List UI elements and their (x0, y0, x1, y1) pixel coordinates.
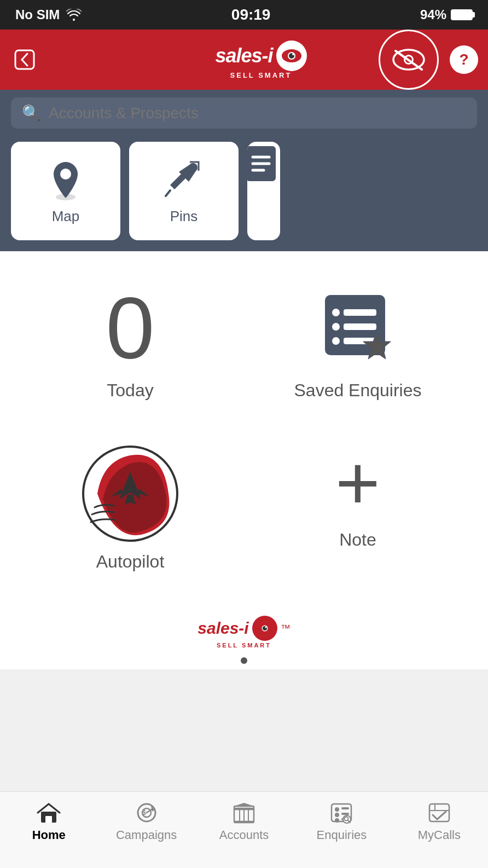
search-bar: 🔍 (0, 90, 488, 136)
back-button[interactable] (13, 48, 36, 71)
svg-point-18 (332, 309, 340, 316)
quick-action-pins[interactable]: Pins (129, 142, 239, 240)
search-input[interactable] (49, 105, 466, 122)
today-card[interactable]: 0 Today (22, 273, 239, 412)
svg-text:$: $ (142, 809, 146, 817)
search-wrapper[interactable]: 🔍 (11, 97, 477, 129)
help-button[interactable]: ? (450, 45, 478, 74)
note-plus-icon: + (335, 444, 380, 521)
quick-action-map[interactable]: Map (11, 142, 120, 240)
svg-point-10 (60, 169, 71, 180)
note-label: Note (339, 530, 376, 550)
mycalls-icon (427, 802, 451, 824)
svg-rect-44 (341, 807, 349, 809)
trademark-symbol: ™ (281, 623, 291, 634)
tab-enquiries-label: Enquiries (317, 828, 367, 842)
tab-home-label: Home (32, 828, 66, 842)
logo-text: sales-i (215, 44, 272, 67)
tab-enquiries[interactable]: Enquiries (293, 802, 390, 842)
status-bar: No SIM 09:19 94% (0, 0, 488, 30)
home-icon (37, 802, 61, 824)
saved-enquiries-icon (314, 284, 402, 372)
saved-enquiries-label: Saved Enquiries (294, 380, 421, 401)
svg-point-48 (335, 818, 339, 823)
svg-point-11 (189, 163, 197, 172)
footer-subtitle: SELL SMART (217, 642, 271, 649)
svg-rect-21 (344, 323, 376, 330)
carrier-text: No SIM (15, 7, 60, 22)
svg-rect-0 (15, 50, 34, 69)
page-indicator (241, 657, 247, 664)
svg-line-12 (166, 190, 170, 196)
hide-eye-button[interactable] (379, 30, 439, 90)
tab-campaigns[interactable]: $ Campaigns (97, 802, 195, 842)
logo-eye-icon (276, 40, 307, 71)
brand-footer: sales-i ™ SELL SMART (0, 605, 488, 669)
note-card[interactable]: + Note (249, 433, 466, 583)
map-icon (46, 158, 85, 201)
tab-campaigns-label: Campaigns (116, 828, 177, 842)
enquiries-icon (329, 802, 353, 824)
today-label: Today (107, 380, 153, 401)
tab-mycalls-label: MyCalls (418, 828, 461, 842)
tab-accounts[interactable]: Accounts (195, 802, 293, 842)
logo-subtitle: SELL SMART (230, 71, 292, 79)
svg-point-30 (265, 627, 266, 628)
campaigns-icon: $ (135, 802, 159, 824)
quick-action-downloads[interactable] (247, 142, 280, 240)
svg-point-20 (332, 323, 340, 331)
app-header: sales-i SELL SMART ? (0, 30, 488, 90)
wifi-icon (66, 9, 82, 21)
svg-rect-19 (344, 309, 376, 316)
status-battery-area: 94% (420, 7, 473, 22)
today-number: 0 (106, 284, 155, 372)
help-label: ? (459, 51, 468, 68)
tab-mycalls[interactable]: MyCalls (391, 802, 488, 842)
page-dot-1 (241, 657, 247, 664)
autopilot-label: Autopilot (96, 552, 165, 572)
svg-point-22 (332, 337, 340, 345)
autopilot-card[interactable]: Autopilot (22, 433, 239, 583)
tab-bar: Home $ Campaigns (0, 791, 488, 868)
svg-point-43 (335, 807, 339, 812)
pin-icon (165, 158, 203, 201)
battery-percent: 94% (420, 7, 446, 22)
search-icon: 🔍 (22, 104, 41, 122)
status-carrier: No SIM (15, 7, 82, 22)
main-content: 0 Today Saved Enquiries (0, 251, 488, 605)
footer-logo: sales-i ™ (197, 616, 290, 641)
map-label: Map (52, 208, 80, 225)
quick-actions-row: Map Pins (0, 136, 488, 251)
pins-label: Pins (170, 208, 198, 225)
svg-rect-52 (429, 804, 449, 821)
download-icon (247, 142, 280, 240)
accounts-icon (232, 802, 256, 824)
svg-point-4 (292, 53, 294, 55)
svg-rect-32 (45, 816, 52, 823)
status-time: 09:19 (231, 6, 271, 24)
saved-enquiries-card[interactable]: Saved Enquiries (249, 273, 466, 412)
footer-brand-text: sales-i (197, 619, 248, 638)
svg-point-45 (335, 813, 339, 817)
tab-accounts-label: Accounts (219, 828, 269, 842)
footer-eye-icon (252, 616, 277, 641)
svg-rect-46 (341, 813, 349, 815)
tab-home[interactable]: Home (0, 802, 97, 842)
autopilot-icon (81, 444, 179, 543)
battery-icon (451, 9, 473, 20)
